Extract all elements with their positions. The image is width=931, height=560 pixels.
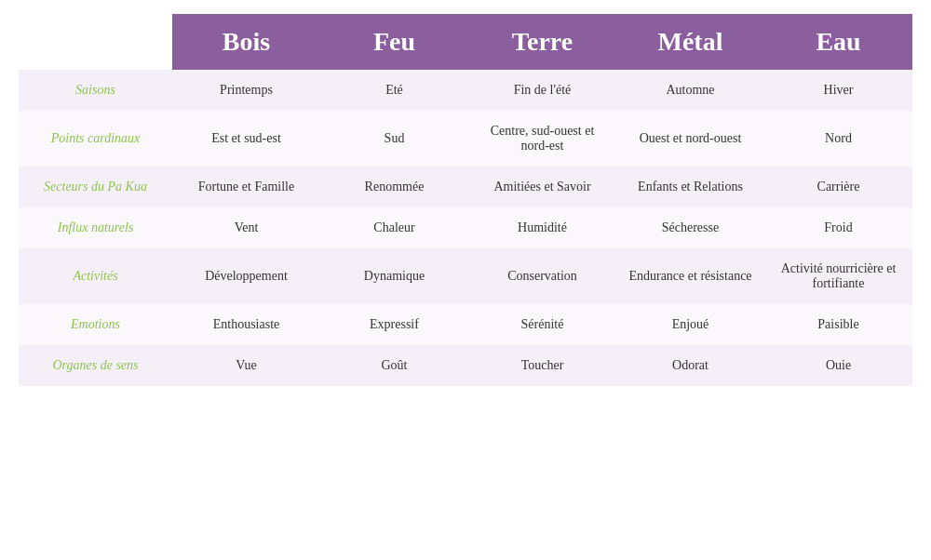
row-label: Secteurs du Pa Kua bbox=[19, 167, 172, 207]
cell-eau: Nord bbox=[764, 111, 912, 167]
cell-metal: Odorat bbox=[616, 345, 764, 386]
row-label: Activités bbox=[19, 248, 172, 304]
cell-bois: Enthousiaste bbox=[172, 304, 320, 345]
cell-bois: Est et sud-est bbox=[172, 111, 320, 167]
table-row: Secteurs du Pa KuaFortune et FamilleReno… bbox=[19, 167, 912, 207]
table-row: ActivitésDéveloppementDynamiqueConservat… bbox=[19, 248, 912, 304]
row-label: Organes de sens bbox=[19, 345, 172, 386]
cell-feu: Dynamique bbox=[320, 248, 468, 304]
cell-bois: Développement bbox=[172, 248, 320, 304]
cell-metal: Ouest et nord-ouest bbox=[616, 111, 764, 167]
table-row: SaisonsPrintempsEtéFin de l'étéAutomneHi… bbox=[19, 70, 912, 111]
header-empty bbox=[19, 14, 172, 70]
cell-terre: Conservation bbox=[468, 248, 616, 304]
cell-bois: Vent bbox=[172, 207, 320, 248]
cell-bois: Vue bbox=[172, 345, 320, 386]
cell-metal: Enfants et Relations bbox=[616, 167, 764, 207]
header-feu: Feu bbox=[320, 14, 468, 70]
header-eau: Eau bbox=[764, 14, 912, 70]
cell-feu: Expressif bbox=[320, 304, 468, 345]
cell-eau: Hiver bbox=[764, 70, 912, 111]
cell-terre: Centre, sud-ouest et nord-est bbox=[468, 111, 616, 167]
header-terre: Terre bbox=[468, 14, 616, 70]
cell-eau: Ouie bbox=[764, 345, 912, 386]
cell-metal: Automne bbox=[616, 70, 764, 111]
row-label: Saisons bbox=[19, 70, 172, 111]
table-row: EmotionsEnthousiasteExpressifSérénitéEnj… bbox=[19, 304, 912, 345]
cell-terre: Toucher bbox=[468, 345, 616, 386]
row-label: Points cardinaux bbox=[19, 111, 172, 167]
table-row: Organes de sensVueGoûtToucherOdoratOuie bbox=[19, 345, 912, 386]
cell-terre: Humidité bbox=[468, 207, 616, 248]
cell-bois: Printemps bbox=[172, 70, 320, 111]
cell-metal: Endurance et résistance bbox=[616, 248, 764, 304]
row-label: Emotions bbox=[19, 304, 172, 345]
cell-metal: Enjoué bbox=[616, 304, 764, 345]
row-label: Influx naturels bbox=[19, 207, 172, 248]
table-row: Points cardinauxEst et sud-estSudCentre,… bbox=[19, 111, 912, 167]
header-bois: Bois bbox=[172, 14, 320, 70]
cell-feu: Eté bbox=[320, 70, 468, 111]
cell-terre: Amitiées et Savoir bbox=[468, 167, 616, 207]
cell-feu: Chaleur bbox=[320, 207, 468, 248]
cell-feu: Renommée bbox=[320, 167, 468, 207]
cell-feu: Goût bbox=[320, 345, 468, 386]
header-metal: Métal bbox=[616, 14, 764, 70]
table-row: Influx naturelsVentChaleurHumiditéSécher… bbox=[19, 207, 912, 248]
cell-terre: Sérénité bbox=[468, 304, 616, 345]
cell-eau: Carrière bbox=[764, 167, 912, 207]
elements-table: Bois Feu Terre Métal Eau SaisonsPrintemp… bbox=[19, 14, 912, 386]
main-table-container: Bois Feu Terre Métal Eau SaisonsPrintemp… bbox=[19, 14, 912, 386]
cell-bois: Fortune et Famille bbox=[172, 167, 320, 207]
cell-eau: Activité nourricière et fortifiante bbox=[764, 248, 912, 304]
cell-eau: Froid bbox=[764, 207, 912, 248]
cell-terre: Fin de l'été bbox=[468, 70, 616, 111]
cell-feu: Sud bbox=[320, 111, 468, 167]
cell-metal: Sécheresse bbox=[616, 207, 764, 248]
cell-eau: Paisible bbox=[764, 304, 912, 345]
